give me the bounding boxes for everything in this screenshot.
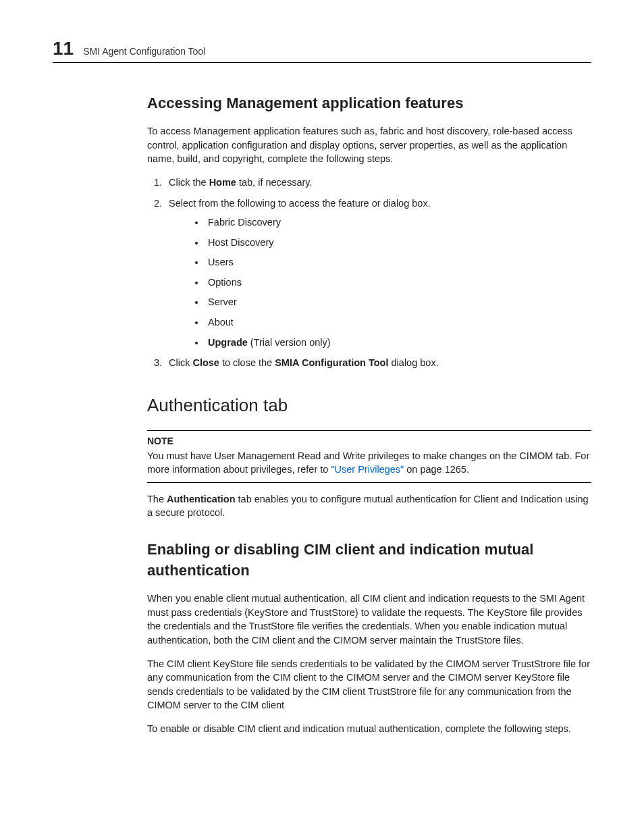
feature-bullets: Fabric Discovery Host Discovery Users Op…	[169, 215, 591, 349]
heading-accessing-features: Accessing Management application feature…	[147, 93, 591, 113]
bullet-server: Server	[205, 295, 591, 309]
link-user-privileges[interactable]: "User Privileges"	[331, 464, 404, 475]
header-rule	[53, 62, 591, 63]
auth-pre: The	[147, 494, 167, 504]
step1-bold: Home	[209, 177, 236, 188]
page-content: Accessing Management application feature…	[147, 93, 591, 736]
auth-tab-paragraph: The Authentication tab enables you to co…	[147, 492, 591, 520]
steps-list: Click the Home tab, if necessary. Select…	[147, 176, 591, 370]
chapter-number: 11	[53, 38, 74, 59]
bullet-host: Host Discovery	[205, 236, 591, 250]
cim-paragraph-3: To enable or disable CIM client and indi…	[147, 722, 591, 736]
step3-close: Close	[192, 357, 219, 368]
step-3: Click Close to close the SMIA Configurat…	[165, 356, 591, 370]
step-2: Select from the following to access the …	[165, 197, 591, 350]
step3-post: dialog box.	[389, 357, 439, 368]
step1-post: tab, if necessary.	[236, 177, 313, 188]
step1-pre: Click the	[169, 177, 209, 188]
intro-paragraph: To access Management application feature…	[147, 124, 591, 166]
step3-pre: Click	[169, 357, 192, 368]
cim-paragraph-1: When you enable client mutual authentica…	[147, 592, 591, 647]
auth-bold: Authentication	[167, 494, 236, 504]
bullet-users: Users	[205, 255, 591, 269]
step3-tool: SMIA Configuration Tool	[275, 357, 388, 368]
cim-paragraph-2: The CIM client KeyStore file sends crede…	[147, 657, 591, 712]
running-header: 11 SMI Agent Configuration Tool	[53, 38, 591, 59]
heading-enable-disable-cim: Enabling or disabling CIM client and ind…	[147, 539, 591, 581]
step3-mid: to close the	[219, 357, 275, 368]
bullet-upgrade: Upgrade (Trial version only)	[205, 336, 591, 350]
bullet-fabric: Fabric Discovery	[205, 215, 591, 230]
document-page: 11 SMI Agent Configuration Tool Accessin…	[0, 0, 644, 786]
note-after: on page 1265.	[404, 464, 469, 475]
bullet-options: Options	[205, 276, 591, 290]
note-box: NOTE You must have User Management Read …	[147, 430, 591, 483]
step2-text: Select from the following to access the …	[169, 198, 431, 209]
heading-authentication-tab: Authentication tab	[147, 393, 591, 418]
running-title: SMI Agent Configuration Tool	[83, 46, 205, 57]
note-label: NOTE	[147, 435, 591, 448]
upgrade-rest: (Trial version only)	[248, 337, 331, 348]
step-1: Click the Home tab, if necessary.	[165, 176, 591, 190]
upgrade-bold: Upgrade	[208, 337, 248, 348]
bullet-about: About	[205, 315, 591, 330]
